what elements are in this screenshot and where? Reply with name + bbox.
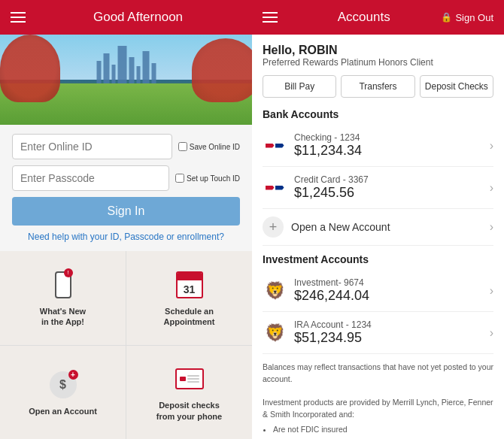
investment-balance: $246,244.04 [294, 288, 485, 304]
plus-circle: $ + [50, 371, 77, 398]
ira-account-item[interactable]: 🦁 IRA Account - 1234 $51,234.95 › [263, 312, 493, 354]
add-account-text: Open a New Account [291, 221, 485, 233]
dollar-icon: $ [59, 378, 66, 392]
right-panel: Accounts 🔒 Sign Out Hello, ROBIN Preferr… [252, 0, 504, 439]
bill-pay-button[interactable]: Bill Pay [263, 75, 336, 98]
schedule-label: Schedule anAppointment [164, 306, 215, 328]
chevron-right-icon-5: › [490, 326, 493, 340]
accounts-body: Hello, ROBIN Preferred Rewards Platinum … [252, 35, 504, 439]
save-id-label[interactable]: Save Online ID [178, 142, 240, 151]
calendar-day: 31 [178, 280, 202, 298]
phone-new-icon: ! [49, 268, 77, 301]
add-account-item[interactable]: + Open a New Account › [263, 209, 493, 246]
deposit-checks-button[interactable]: Deposit Checks [420, 75, 493, 98]
add-account-plus-icon: + [263, 216, 284, 238]
deposit-stripe [180, 377, 186, 381]
deposit-line-1 [187, 375, 199, 377]
chevron-right-icon-3: › [490, 220, 493, 234]
lock-icon: 🔒 [441, 12, 452, 23]
touch-id-label[interactable]: Set up Touch ID [175, 174, 240, 183]
greeting-text: Hello, ROBIN [263, 44, 493, 57]
plus-badge: + [68, 370, 78, 380]
right-header: Accounts 🔒 Sign Out [252, 0, 504, 35]
phone-body: ! [55, 271, 71, 298]
whats-new-label: What's Newin the App! [40, 306, 86, 328]
phone-container: ! [51, 269, 75, 301]
whats-new-action[interactable]: ! What's Newin the App! [0, 251, 126, 345]
investment-info: Investment- 9674 $246,244.04 [294, 277, 485, 304]
touch-id-group: Set up Touch ID [175, 174, 240, 183]
touch-id-checkbox[interactable] [175, 174, 184, 183]
ira-info: IRA Account - 1234 $51,234.95 [294, 319, 485, 346]
save-id-group: Save Online ID [178, 142, 240, 151]
investment-name: Investment- 9674 [294, 277, 485, 288]
touch-id-text: Set up Touch ID [187, 174, 240, 183]
chevron-right-icon: › [490, 139, 493, 153]
deposit-checks-action[interactable]: Deposit checksfrom your phone [126, 346, 252, 440]
open-account-icon: $ + [49, 368, 77, 401]
sign-out-label: Sign Out [455, 12, 493, 23]
tree-left-decoration [0, 35, 60, 102]
tree-right-decoration [192, 38, 252, 102]
open-account-label: Open an Account [29, 406, 97, 416]
investment-logo-1: 🦁 [263, 280, 287, 301]
credit-info: Credit Card - 3367 $1,245.56 [294, 174, 485, 201]
investment-account-item[interactable]: 🦁 Investment- 9674 $246,244.04 › [263, 270, 493, 312]
rewards-subtitle: Preferred Rewards Platinum Honors Client [263, 57, 493, 68]
deposit-check-icon [175, 362, 204, 395]
menu-icon[interactable] [11, 12, 26, 23]
online-id-input[interactable] [12, 134, 172, 159]
credit-balance: $1,245.56 [294, 185, 485, 201]
disclaimer-2: Investment products are provided by Merr… [263, 398, 493, 419]
right-header-title: Accounts [287, 10, 441, 25]
ira-name: IRA Account - 1234 [294, 319, 485, 330]
buildings-decoration [96, 46, 156, 87]
credit-card-account-item[interactable]: Credit Card - 3367 $1,245.56 › [263, 167, 493, 209]
help-link[interactable]: Need help with your ID, Passcode or enro… [12, 232, 240, 242]
online-id-row: Save Online ID [12, 134, 240, 159]
deposit-label: Deposit checksfrom your phone [156, 400, 222, 422]
investment-accounts-title: Investment Accounts [263, 253, 493, 265]
deposit-lines [187, 375, 199, 383]
save-id-text: Save Online ID [190, 143, 240, 151]
investment-logo-2: 🦁 [263, 322, 287, 344]
schedule-appointment-action[interactable]: 31 Schedule anAppointment [126, 251, 252, 345]
sign-out-button[interactable]: 🔒 Sign Out [441, 12, 493, 23]
bofa-logo-credit [263, 180, 287, 196]
transfers-button[interactable]: Transfers [341, 75, 414, 98]
chevron-right-icon-4: › [490, 284, 493, 298]
quick-actions-grid: ! What's Newin the App! 31 Schedule anAp… [0, 251, 252, 439]
bank-accounts-title: Bank Accounts [263, 108, 493, 120]
deposit-line-3 [187, 381, 199, 383]
deposit-card [175, 368, 204, 389]
calendar-header [178, 273, 202, 280]
deposit-line-2 [187, 378, 199, 380]
left-header-title: Good Afternoon [35, 10, 241, 25]
action-buttons-row: Bill Pay Transfers Deposit Checks [263, 75, 493, 98]
checking-name: Checking - 1234 [294, 132, 485, 143]
left-panel: Good Afternoon Save Online ID [0, 0, 252, 439]
ira-balance: $51,234.95 [294, 330, 485, 346]
disclaimer-text: Balances may reflect transactions that h… [263, 362, 493, 439]
passcode-input[interactable] [12, 165, 169, 191]
login-area: Save Online ID Set up Touch ID Sign In N… [0, 125, 252, 251]
credit-name: Credit Card - 3367 [294, 174, 485, 185]
left-header: Good Afternoon [0, 0, 252, 35]
hero-image [0, 35, 252, 125]
disclaimer-list: Are not FDIC insured Are not bank guaran… [273, 424, 493, 439]
right-menu-icon[interactable] [263, 12, 278, 23]
calendar-container: 31 [176, 271, 203, 298]
save-id-checkbox[interactable] [178, 142, 187, 151]
passcode-row: Set up Touch ID [12, 165, 240, 191]
notification-badge: ! [64, 268, 73, 277]
checking-balance: $11,234.34 [294, 143, 485, 159]
calendar-icon: 31 [175, 268, 204, 301]
open-account-action[interactable]: $ + Open an Account [0, 346, 126, 440]
disclaimer-1: Balances may reflect transactions that h… [263, 362, 493, 383]
chevron-right-icon-2: › [490, 181, 493, 195]
sign-in-button[interactable]: Sign In [12, 197, 240, 226]
checking-info: Checking - 1234 $11,234.34 [294, 132, 485, 159]
checking-account-item[interactable]: Checking - 1234 $11,234.34 › [263, 125, 493, 167]
disclaimer-item-1: Are not FDIC insured [273, 424, 493, 436]
bofa-logo-checking [263, 138, 287, 154]
